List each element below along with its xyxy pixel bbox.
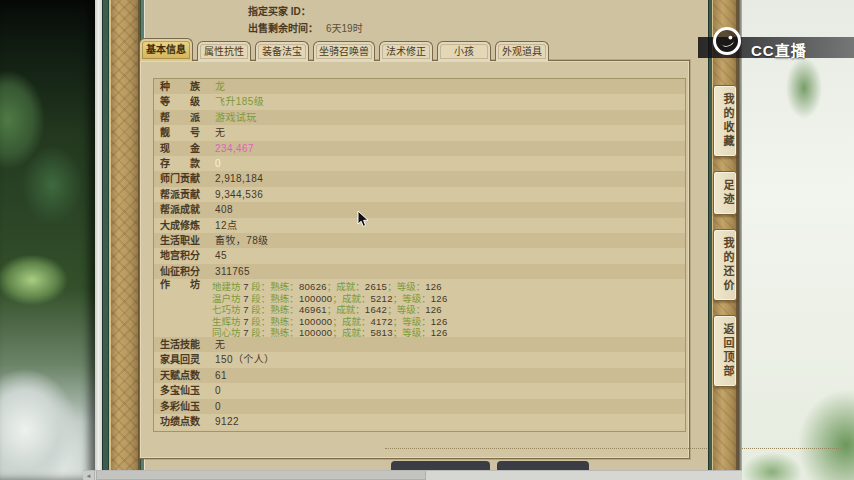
row-label: 地宫积分: [160, 248, 212, 263]
row-label: 大成修炼: [160, 218, 212, 233]
row-value: 0: [215, 385, 221, 396]
row-label: 现 金: [160, 141, 212, 156]
info-row: 现 金234,467: [154, 141, 685, 156]
row-value: 234,467: [215, 143, 254, 154]
info-row: 天赋点数61: [154, 368, 685, 383]
row-label: 作 坊: [160, 279, 212, 291]
row-label: 多宝仙玉: [160, 383, 212, 398]
row-value: 9,344,536: [215, 189, 263, 200]
row-label: 师门贡献: [160, 171, 212, 186]
row-value: 无: [215, 127, 225, 138]
row-value: 龙: [215, 81, 225, 92]
row-value: 飞升185级: [215, 96, 264, 107]
character-info-box: 种 族龙等 级飞升185级帮 派游戏试玩靓 号无现 金234,467存 款0师门…: [153, 78, 686, 432]
info-row: 生活技能无: [154, 337, 685, 352]
game-world-background: [0, 0, 95, 480]
workshop-line: 温户坊 7 段：熟练：100000；成就：5212；等级：126: [212, 293, 448, 305]
sidebar-button-my-favorites[interactable]: 我的收藏: [713, 85, 737, 157]
buyer-id-label: 指定买家 ID：: [248, 3, 311, 18]
scrollbar-thumb[interactable]: [96, 471, 426, 480]
row-value: 45: [215, 250, 227, 261]
stream-background: [742, 0, 854, 480]
row-label: 存 款: [160, 156, 212, 171]
row-label: 帮 派: [160, 110, 212, 125]
row-value: 0: [215, 401, 221, 412]
row-value: 61: [215, 370, 227, 381]
row-value: 0: [215, 158, 221, 169]
workshops-value: 地建坊 7 段：熟练：80626；成就：2615；等级：126温户坊 7 段：熟…: [212, 279, 448, 339]
sidebar: 我的收藏足迹我的还价返回顶部: [713, 85, 737, 401]
tabs-row: 基本信息属性抗性装备法宝坐骑召唤兽法术修正小孩外观道具: [139, 38, 553, 61]
row-label: 天赋点数: [160, 368, 212, 383]
info-row: 师门贡献2,918,184: [154, 171, 685, 186]
row-value: 311765: [215, 266, 250, 277]
row-label: 家具回灵: [160, 352, 212, 367]
info-row: 靓 号无: [154, 125, 685, 140]
row-label: 帮派贡献: [160, 187, 212, 202]
info-row: 家具回灵150（个人）: [154, 352, 685, 367]
info-row: 帮派贡献9,344,536: [154, 187, 685, 202]
scrollbar-left-arrow-icon[interactable]: ◄: [83, 471, 95, 480]
tab-appearance[interactable]: 外观道具: [495, 41, 549, 61]
row-value: 12点: [215, 220, 237, 231]
dotted-divider: [385, 448, 841, 449]
info-row: 生活职业畜牧，78级: [154, 233, 685, 248]
workshop-line: 地建坊 7 段：熟练：80626；成就：2615；等级：126: [212, 281, 448, 293]
tab-mounts[interactable]: 坐骑召唤兽: [313, 41, 375, 61]
row-label: 仙征积分: [160, 264, 212, 279]
info-row: 存 款0: [154, 156, 685, 171]
row-label: 帮派成就: [160, 202, 212, 217]
basic-info-panel: 种 族龙等 级飞升185级帮 派游戏试玩靓 号无现 金234,467存 款0师门…: [139, 60, 690, 459]
row-value: 408: [215, 204, 233, 215]
mouse-cursor-icon: [357, 211, 370, 233]
page-right-edge: [738, 0, 742, 480]
tab-attributes[interactable]: 属性抗性: [197, 41, 251, 61]
screen: 指定买家 ID： 出售剩余时间： 6天19时 基本信息属性抗性装备法宝坐骑召唤兽…: [0, 0, 854, 480]
row-label: 靓 号: [160, 125, 212, 140]
info-row: 功绩点数9122: [154, 414, 685, 429]
info-row-workshops: 作 坊地建坊 7 段：熟练：80626；成就：2615；等级：126温户坊 7 …: [154, 279, 685, 337]
tab-spell-bonus[interactable]: 法术修正: [379, 41, 433, 61]
workshop-line: 生辉坊 7 段：熟练：100000；成就：4172；等级：126: [212, 316, 448, 328]
info-row: 地宫积分45: [154, 248, 685, 263]
sale-remaining-label: 出售剩余时间：: [248, 20, 318, 35]
sidebar-button-my-counteroffers[interactable]: 我的还价: [713, 229, 737, 301]
info-row: 仙征积分311765: [154, 264, 685, 279]
horizontal-scrollbar[interactable]: ◄: [83, 470, 742, 480]
tab-child[interactable]: 小孩: [437, 41, 491, 61]
info-row: 帮 派游戏试玩: [154, 110, 685, 125]
tab-equipment[interactable]: 装备法宝: [255, 41, 309, 61]
row-label: 种 族: [160, 79, 212, 94]
sale-remaining-value: 6天19时: [326, 20, 363, 35]
info-row: 等 级飞升185级: [154, 94, 685, 109]
row-label: 等 级: [160, 94, 212, 109]
page-frame-left: [109, 0, 140, 480]
row-value: 9122: [215, 416, 239, 427]
row-value: 畜牧，78级: [215, 235, 269, 246]
row-value: 2,918,184: [215, 173, 263, 184]
cc-brand-text: CC直播: [751, 39, 807, 60]
info-row: 种 族龙: [154, 79, 685, 94]
row-label: 生活技能: [160, 337, 212, 352]
info-row: 大成修炼12点: [154, 218, 685, 233]
workshop-line: 七巧坊 7 段：熟练：46961；成就：1642；等级：126: [212, 304, 448, 316]
sidebar-button-footprints[interactable]: 足迹: [713, 171, 737, 215]
workshop-line: 同心坊 7 段：熟练：100000；成就：5813；等级：126: [212, 327, 448, 339]
left-light-strip: [95, 0, 102, 480]
row-value: 无: [215, 339, 225, 350]
info-row: 多宝仙玉0: [154, 383, 685, 398]
row-label: 多彩仙玉: [160, 399, 212, 414]
cc-logo-icon: [712, 26, 742, 56]
tab-basic-info[interactable]: 基本信息: [139, 38, 193, 61]
sidebar-button-back-to-top[interactable]: 返回顶部: [713, 315, 737, 387]
row-value: 游戏试玩: [215, 112, 257, 123]
left-teal-strip: [102, 0, 109, 480]
info-row: 多彩仙玉0: [154, 399, 685, 414]
row-label: 生活职业: [160, 233, 212, 248]
cbg-page: 指定买家 ID： 出售剩余时间： 6天19时 基本信息属性抗性装备法宝坐骑召唤兽…: [145, 0, 708, 480]
row-value: 150（个人）: [215, 354, 275, 365]
row-label: 功绩点数: [160, 414, 212, 429]
info-row: 帮派成就408: [154, 202, 685, 217]
